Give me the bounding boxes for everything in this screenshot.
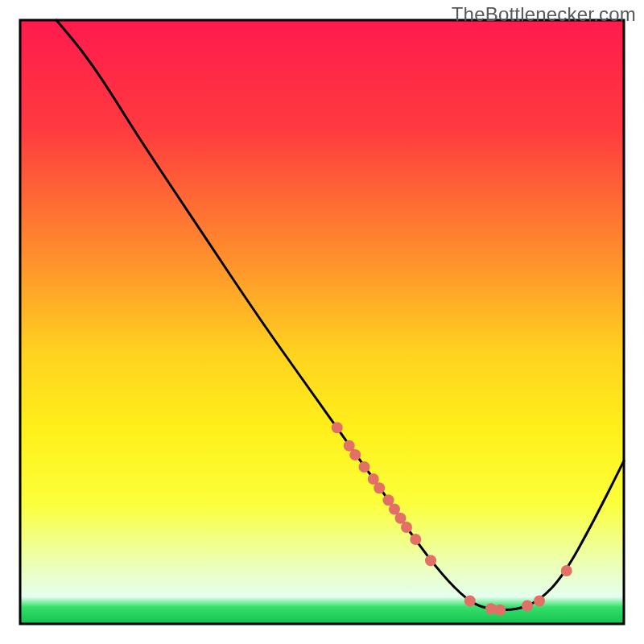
bottleneck-chart: TheBottlenecker.com xyxy=(0,0,644,644)
data-marker xyxy=(425,555,436,566)
gradient-background xyxy=(20,20,624,624)
data-marker xyxy=(410,534,421,545)
data-marker xyxy=(494,605,506,616)
watermark-text: TheBottlenecker.com xyxy=(452,3,636,26)
data-marker xyxy=(561,565,572,576)
data-marker xyxy=(401,522,412,533)
data-marker xyxy=(374,482,385,493)
data-marker xyxy=(359,461,370,473)
data-marker xyxy=(464,596,476,607)
data-marker xyxy=(332,422,343,433)
data-marker xyxy=(522,601,533,612)
chart-canvas xyxy=(0,0,644,644)
data-marker xyxy=(534,596,545,607)
data-marker xyxy=(349,449,361,460)
